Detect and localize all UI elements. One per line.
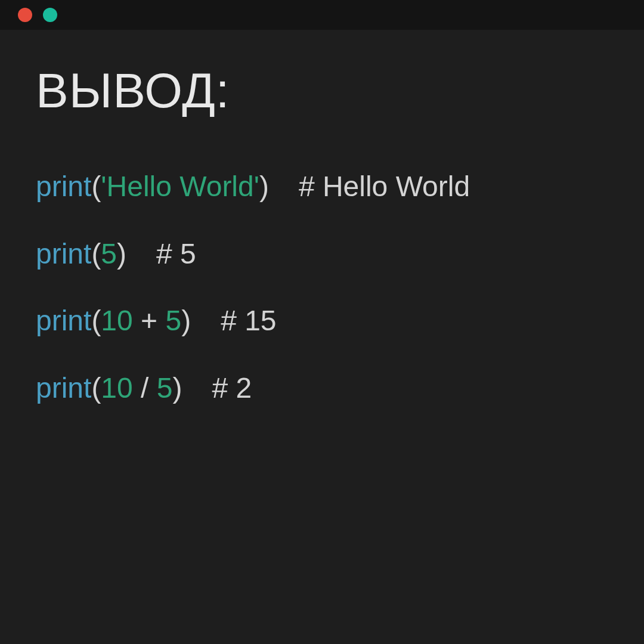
token-comment: # 5 bbox=[156, 238, 196, 270]
close-icon[interactable] bbox=[18, 8, 32, 22]
token-paren: ) bbox=[172, 372, 182, 404]
code-line: print(5)# 5 bbox=[36, 237, 614, 271]
editor-content: ВЫВОД: print('Hello World')# Hello World… bbox=[0, 30, 644, 405]
token-function: print bbox=[36, 305, 91, 336]
token-number: 10 bbox=[101, 305, 132, 336]
token-string-quote: ' bbox=[254, 171, 259, 202]
token-operator: + bbox=[133, 305, 166, 336]
token-function: print bbox=[36, 238, 91, 270]
token-paren: ( bbox=[91, 372, 101, 404]
token-number: 5 bbox=[101, 238, 117, 270]
code-line: print('Hello World')# Hello World bbox=[36, 169, 614, 204]
code-line: print(10 + 5)# 15 bbox=[36, 304, 614, 338]
token-paren: ) bbox=[259, 171, 269, 202]
token-number: 5 bbox=[165, 305, 181, 336]
token-function: print bbox=[36, 171, 91, 202]
token-paren: ( bbox=[91, 305, 101, 336]
maximize-icon[interactable] bbox=[43, 8, 57, 22]
titlebar bbox=[0, 0, 644, 30]
token-comment: # Hello World bbox=[299, 171, 470, 202]
token-comment: # 2 bbox=[212, 372, 252, 404]
token-operator: / bbox=[133, 372, 157, 404]
token-string-quote: ' bbox=[101, 171, 106, 202]
code-line: print(10 / 5)# 2 bbox=[36, 371, 614, 405]
token-comment: # 15 bbox=[221, 305, 276, 336]
token-number: 10 bbox=[101, 372, 132, 404]
token-function: print bbox=[36, 372, 91, 404]
token-number: 5 bbox=[157, 372, 173, 404]
token-string: Hello World bbox=[107, 171, 254, 202]
page-title: ВЫВОД: bbox=[36, 63, 614, 119]
token-paren: ) bbox=[181, 305, 191, 336]
token-paren: ( bbox=[91, 238, 101, 270]
token-paren: ) bbox=[117, 238, 126, 270]
code-window: ВЫВОД: print('Hello World')# Hello World… bbox=[0, 0, 644, 644]
token-paren: ( bbox=[91, 171, 101, 202]
